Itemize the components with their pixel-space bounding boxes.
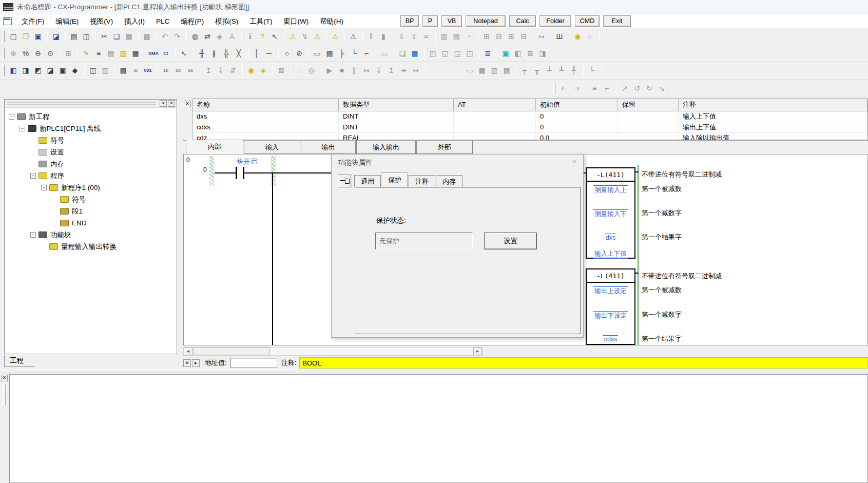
- dock-toggle-button[interactable]: ▾: [160, 100, 167, 107]
- sim-step-icon[interactable]: ↦: [360, 65, 373, 76]
- context-help-icon[interactable]: ↖: [268, 31, 281, 43]
- open-file-icon[interactable]: ❐: [20, 31, 32, 43]
- child-window-icon[interactable]: [3, 17, 12, 25]
- quick-button-folder[interactable]: Folder: [539, 15, 571, 27]
- watch-window-icon[interactable]: ⊞: [480, 31, 493, 43]
- compile-program-icon[interactable]: ⚠: [286, 31, 299, 43]
- table-cell[interactable]: 0: [536, 122, 618, 133]
- cascade-windows-icon[interactable]: ▥: [99, 65, 111, 76]
- column-header[interactable]: 保留: [618, 99, 679, 111]
- instruction-block[interactable]: -L(411)测量输入上测量输入下dxs输入上下值: [586, 167, 635, 259]
- go-to-next-icon[interactable]: ↗: [619, 83, 631, 94]
- table-cell[interactable]: REAL: [339, 133, 454, 140]
- operand-label[interactable]: cdxs: [587, 335, 634, 343]
- signed-decimal-display-icon[interactable]: 10: [172, 65, 184, 76]
- var-tab-4[interactable]: 外部: [416, 141, 473, 154]
- tab-project[interactable]: 工程: [4, 355, 34, 367]
- tree-expand-icon[interactable]: −: [30, 173, 36, 179]
- next-reference-button[interactable]: ▸: [192, 359, 200, 367]
- split-tree-icon[interactable]: ◫: [87, 65, 99, 76]
- quick-button-cmd[interactable]: CMD: [575, 15, 600, 27]
- menu-item-5[interactable]: 编程(P): [175, 15, 209, 28]
- pause-monitor-icon[interactable]: ‖: [365, 31, 377, 43]
- time-chart-monitor-icon[interactable]: Ш: [553, 31, 566, 43]
- instruction-block[interactable]: -L(411)输出上设定输出下设定cdxs: [586, 268, 635, 345]
- binary-monitor-icon[interactable]: 001: [142, 65, 154, 76]
- scroll-right-button[interactable]: ►: [473, 347, 482, 355]
- undo-icon[interactable]: ↶: [159, 31, 171, 43]
- tree-item-6[interactable]: −新程序1 (00): [5, 182, 177, 194]
- ladder-style-icon[interactable]: ▥: [117, 47, 129, 59]
- incremental-search-icon[interactable]: A: [226, 31, 238, 43]
- zoom-custom-icon[interactable]: %: [20, 47, 32, 59]
- menu-item-1[interactable]: 编辑(E): [50, 15, 84, 28]
- tree-item-8[interactable]: 段1: [5, 205, 177, 217]
- quick-button-exit[interactable]: Exit: [603, 15, 631, 27]
- indent-right-icon[interactable]: ⇒: [570, 83, 583, 94]
- watch-window-4-icon[interactable]: ⊟: [517, 31, 530, 43]
- sim-pause-icon[interactable]: ∥: [348, 65, 360, 76]
- pause-condition-icon[interactable]: ◎: [305, 65, 318, 76]
- operand-label[interactable]: 输出下设定: [587, 311, 634, 320]
- contact-no-icon[interactable]: ╫: [196, 47, 208, 59]
- print-icon[interactable]: ▤: [68, 31, 80, 43]
- horizontal-line-icon[interactable]: ─: [263, 47, 275, 59]
- watch-window-3-icon[interactable]: ⊞: [505, 31, 517, 43]
- operand-label[interactable]: dxs: [587, 234, 634, 241]
- fb-display-all-icon[interactable]: ▦: [476, 65, 488, 76]
- menu-item-7[interactable]: 工具(T): [244, 15, 278, 28]
- ladder-horizontal-scrollbar[interactable]: ◄ ►: [183, 347, 483, 356]
- column-header[interactable]: 名称: [192, 99, 339, 111]
- about-icon[interactable]: i: [244, 31, 256, 43]
- pin-button[interactable]: [338, 174, 351, 187]
- scrollbar-thumb[interactable]: [193, 347, 270, 355]
- online-edit-cancel-icon[interactable]: ⊠: [275, 65, 287, 76]
- show-sma-icon[interactable]: SMA: [147, 47, 160, 59]
- paste-attributes-icon[interactable]: ▩: [141, 31, 153, 43]
- online-edit-rungs-icon[interactable]: ▭: [378, 47, 391, 59]
- fb-properties-dialog[interactable]: 功能块属性 ✕ 通用保护注释内存 保护状态: 无保护 设置: [331, 154, 584, 338]
- tree-item-5[interactable]: −程序: [5, 170, 177, 182]
- var-tab-1[interactable]: 输入: [244, 141, 300, 154]
- find-icon[interactable]: ◍: [189, 31, 201, 43]
- contact-bar-left[interactable]: [236, 167, 237, 179]
- toolbar-grip[interactable]: [3, 48, 5, 59]
- menu-item-3[interactable]: 插入(I): [119, 15, 150, 28]
- replace-icon[interactable]: ⇄: [201, 31, 214, 43]
- cut-icon[interactable]: ✂: [98, 31, 110, 43]
- symbol-comment-icon[interactable]: ✎: [80, 47, 92, 59]
- dialog-tab-0[interactable]: 通用: [354, 175, 381, 187]
- work-online-icon[interactable]: ⚠: [329, 31, 341, 43]
- copy-icon[interactable]: ❏: [110, 31, 123, 43]
- decimal-display-icon[interactable]: 10: [160, 65, 172, 76]
- rung-list-icon[interactable]: ≡: [92, 47, 105, 59]
- zoom-out-icon[interactable]: ⊖: [32, 47, 44, 59]
- step-run-icon[interactable]: ↦: [535, 31, 548, 43]
- or-contact-nc-icon[interactable]: ╳: [233, 47, 245, 59]
- work-online-simulator-icon[interactable]: ⚠: [347, 31, 359, 43]
- table-row[interactable]: cdzREAL0.0输入除以输出值: [192, 133, 867, 140]
- tree-item-9[interactable]: END: [5, 217, 177, 229]
- line-connect-icon[interactable]: └: [348, 47, 360, 59]
- tree-item-4[interactable]: 内存: [5, 158, 177, 170]
- compile-all-icon[interactable]: ↯: [299, 31, 311, 43]
- quick-button-calc[interactable]: Calc: [509, 15, 536, 27]
- output-splitter[interactable]: [0, 370, 868, 373]
- dialog-tab-1[interactable]: 保护: [381, 173, 408, 187]
- table-cell[interactable]: [618, 111, 679, 122]
- tree-expand-icon[interactable]: −: [41, 185, 47, 190]
- table-cell[interactable]: DINT: [339, 122, 454, 133]
- timer-instruction-icon[interactable]: ▭: [311, 47, 323, 59]
- column-header[interactable]: AT: [454, 99, 536, 111]
- quick-button-p[interactable]: P: [422, 15, 438, 27]
- release-password-icon[interactable]: ○: [584, 31, 596, 43]
- tree-item-1[interactable]: −新PLC1[CP1L] 离线: [5, 123, 177, 134]
- sim-run-icon[interactable]: ▶: [323, 65, 336, 76]
- dialog-tab-2[interactable]: 注释: [409, 175, 435, 187]
- online-edit-send-icon[interactable]: ◈: [257, 65, 269, 76]
- fb-split-bottom-icon[interactable]: ┸: [555, 65, 568, 76]
- quick-button-vb[interactable]: VB: [441, 15, 462, 27]
- fb-connect-top-icon[interactable]: ┯: [518, 65, 531, 76]
- tree-panel-header[interactable]: ▾ ✕: [5, 100, 177, 108]
- tree-item-3[interactable]: 设置: [5, 146, 177, 158]
